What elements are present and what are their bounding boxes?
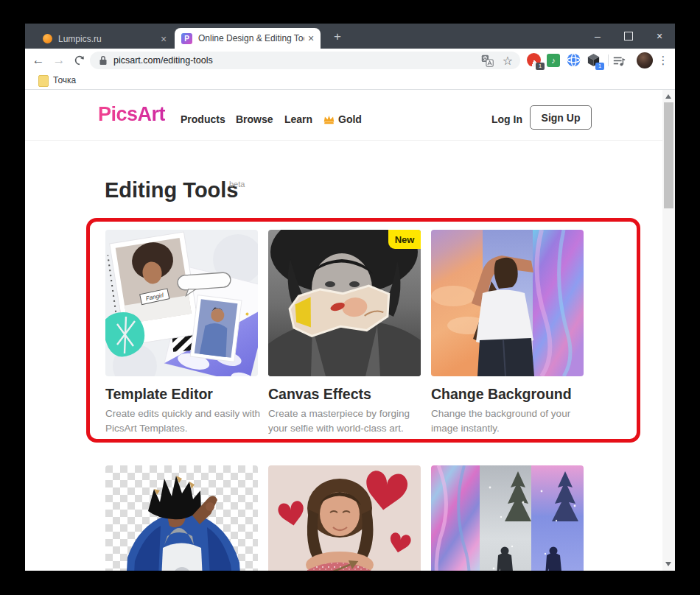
cutout-art bbox=[105, 465, 258, 571]
card-title[interactable]: Canvas Effects bbox=[268, 386, 371, 403]
tab-picsart-active[interactable]: P Online Design & Editing Tools fo × bbox=[175, 28, 321, 49]
extension-badge: 1 bbox=[536, 63, 545, 70]
extension-badge: 1 bbox=[595, 63, 604, 70]
bookmark-star-icon[interactable]: ☆ bbox=[503, 54, 513, 68]
signup-button[interactable]: Sign Up bbox=[530, 105, 592, 130]
forward-button[interactable]: → bbox=[50, 52, 68, 69]
back-button[interactable]: ← bbox=[29, 52, 47, 69]
bookmark-item[interactable]: Точка bbox=[53, 75, 76, 85]
browser-menu-button[interactable]: ⋮ bbox=[656, 52, 671, 69]
window-close-button[interactable]: × bbox=[644, 24, 675, 49]
page-title: Editing Tools bbox=[105, 178, 239, 203]
tab-title: Online Design & Editing Tools fo bbox=[198, 33, 304, 43]
new-badge: New bbox=[388, 230, 421, 249]
nav-gold[interactable]: Gold bbox=[338, 113, 362, 125]
address-bar[interactable]: picsart.com/editing-tools ☆ bbox=[90, 52, 520, 69]
browser-toolbar: ← → picsart.com/editing-tools ☆ 1 bbox=[25, 49, 675, 72]
window-controls: – × bbox=[582, 24, 675, 49]
change-background-art bbox=[431, 230, 584, 376]
card-description: Create a masterpiece by forging your sel… bbox=[268, 406, 424, 435]
card-winter-triptych-image[interactable] bbox=[431, 465, 584, 571]
template-collage-art: Fangirl bbox=[105, 230, 258, 376]
canvas-effects-art bbox=[268, 230, 421, 376]
scroll-down-icon[interactable] bbox=[665, 562, 671, 566]
card-hearts-image[interactable] bbox=[268, 465, 421, 571]
minimize-button[interactable]: – bbox=[582, 24, 613, 49]
nav-browse[interactable]: Browse bbox=[236, 113, 273, 125]
new-tab-button[interactable]: + bbox=[330, 29, 345, 44]
winter-triptych-art bbox=[431, 465, 584, 571]
nav-products[interactable]: Products bbox=[181, 113, 225, 125]
scroll-up-icon[interactable] bbox=[665, 94, 671, 99]
browser-window: Lumpics.ru × P Online Design & Editing T… bbox=[25, 24, 675, 571]
translate-icon[interactable] bbox=[481, 54, 494, 67]
globe-icon bbox=[567, 53, 581, 67]
tab-close-icon[interactable]: × bbox=[304, 32, 318, 44]
extension-globe-icon[interactable] bbox=[567, 53, 581, 68]
card-canvas-effects-image[interactable]: New bbox=[268, 230, 421, 376]
hearts-art bbox=[268, 465, 421, 571]
browser-titlebar: Lumpics.ru × P Online Design & Editing T… bbox=[25, 24, 675, 49]
card-title[interactable]: Template Editor bbox=[105, 386, 213, 403]
reload-button[interactable] bbox=[71, 52, 88, 69]
scrollbar-thumb[interactable] bbox=[664, 102, 673, 208]
maximize-button[interactable] bbox=[613, 24, 644, 49]
picsart-logo[interactable]: PicsArt bbox=[98, 103, 165, 126]
page-scrollbar[interactable] bbox=[662, 90, 675, 571]
extension-cube-icon[interactable]: 1 bbox=[587, 53, 601, 68]
reload-icon bbox=[74, 54, 85, 66]
lock-icon bbox=[99, 55, 108, 66]
maximize-icon bbox=[624, 32, 633, 41]
card-description: Create edits quickly and easily with Pic… bbox=[105, 406, 262, 435]
site-header: PicsArt Products Browse Learn Gold Log I… bbox=[25, 90, 662, 141]
media-controls-button[interactable] bbox=[610, 52, 628, 70]
tab-title: Lumpics.ru bbox=[58, 34, 157, 44]
card-change-background-image[interactable] bbox=[431, 230, 584, 376]
url-text[interactable]: picsart.com/editing-tools bbox=[113, 55, 481, 66]
extension-red-icon[interactable]: 1 bbox=[527, 53, 542, 68]
card-title[interactable]: Change Background bbox=[431, 386, 572, 403]
extension-music-icon[interactable]: ♪ bbox=[547, 53, 561, 68]
toolbar-divider bbox=[608, 54, 609, 66]
bookmark-folder-icon bbox=[38, 75, 49, 87]
profile-avatar[interactable] bbox=[637, 52, 653, 68]
lumpics-favicon-icon bbox=[43, 34, 52, 43]
login-link[interactable]: Log In bbox=[491, 113, 522, 125]
music-note-icon: ♪ bbox=[547, 54, 560, 67]
tab-close-icon[interactable]: × bbox=[157, 33, 170, 45]
card-cutout-image[interactable] bbox=[105, 465, 258, 571]
tab-lumpics[interactable]: Lumpics.ru × bbox=[35, 29, 173, 49]
nav-learn[interactable]: Learn bbox=[284, 113, 312, 125]
card-template-editor-image[interactable]: Fangirl bbox=[105, 230, 258, 376]
gold-crown-icon bbox=[323, 114, 335, 127]
media-playlist-icon bbox=[612, 54, 626, 68]
bookmarks-bar: Точка bbox=[25, 72, 675, 90]
picsart-favicon-icon: P bbox=[181, 33, 192, 44]
card-description: Change the background of your image inst… bbox=[431, 406, 587, 435]
beta-badge: beta bbox=[229, 180, 245, 189]
